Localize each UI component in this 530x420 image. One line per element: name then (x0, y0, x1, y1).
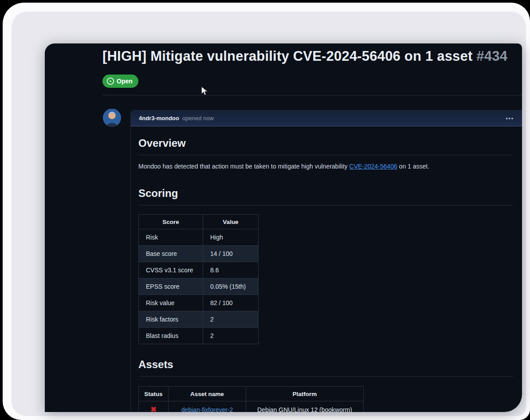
comment-timestamp: opened now (182, 115, 214, 122)
score-value: High (203, 229, 259, 246)
score-value: 82 / 100 (203, 295, 259, 311)
overview-heading: Overview (138, 137, 513, 155)
assets-table-header-row: Status Asset name Platform (139, 387, 364, 401)
score-label: Risk value (139, 295, 203, 311)
github-issue-panel: [HIGH] Mitigate vulnerability CVE-2024-5… (45, 43, 522, 412)
score-label: Blast radius (139, 328, 203, 344)
header-divider (102, 95, 522, 95)
table-row: ✖ debian-fixforever-2 Debian GNU/Linux 1… (139, 401, 364, 412)
issue-opened-icon (107, 78, 114, 85)
mouse-cursor-icon (201, 86, 208, 96)
asset-name-cell: debian-fixforever-2 (169, 401, 246, 412)
score-value: 8.6 (203, 262, 259, 279)
score-value: 0.05% (15th) (203, 279, 259, 295)
overview-text: Mondoo has detected that action must be … (138, 162, 513, 171)
asset-platform-cell: Debian GNU/Linux 12 (bookworm) (246, 401, 364, 412)
scoring-col-score: Score (139, 215, 203, 229)
screenshot-frame: [HIGH] Mitigate vulnerability CVE-2024-5… (0, 0, 530, 420)
score-label: EPSS score (139, 279, 203, 295)
assets-col-status: Status (139, 387, 169, 401)
scoring-table-header-row: Score Value (139, 215, 259, 229)
score-value: 2 (203, 311, 259, 328)
table-row: Risk value 82 / 100 (139, 295, 259, 311)
inner-backdrop: [HIGH] Mitigate vulnerability CVE-2024-5… (12, 12, 526, 416)
avatar[interactable] (103, 109, 121, 127)
score-value: 2 (203, 328, 259, 344)
table-row: EPSS score 0.05% (15th) (139, 279, 259, 295)
kebab-menu-icon[interactable]: ••• (506, 116, 514, 121)
issue-title-text: [HIGH] Mitigate vulnerability CVE-2024-5… (102, 48, 473, 64)
issue-open-badge: Open (102, 75, 138, 88)
score-label: CVSS v3.1 score (139, 262, 203, 279)
score-label: Risk (139, 229, 203, 246)
comment-body: Overview Mondoo has detected that action… (131, 126, 522, 412)
assets-col-asset-name: Asset name (169, 387, 246, 401)
score-value: 14 / 100 (203, 246, 259, 262)
issue-state-label: Open (117, 78, 133, 85)
overview-text-suffix: on 1 asset. (397, 163, 429, 170)
page-title: [HIGH] Mitigate vulnerability CVE-2024-5… (102, 48, 522, 64)
scoring-table: Score Value Risk High Base sco (138, 214, 259, 344)
comment-author-link[interactable]: 4ndr3-mondoo (139, 115, 179, 122)
scoring-col-value: Value (203, 215, 259, 229)
table-row: CVSS v3.1 score 8.6 (139, 262, 259, 279)
score-label: Base score (139, 246, 203, 262)
scoring-heading: Scoring (138, 187, 513, 205)
overview-text-prefix: Mondoo has detected that action must be … (138, 163, 349, 170)
score-label: Risk factors (139, 311, 203, 328)
table-row: Blast radius 2 (139, 328, 259, 344)
cve-link[interactable]: CVE-2024-56406 (349, 163, 397, 170)
outer-card: [HIGH] Mitigate vulnerability CVE-2024-5… (3, 3, 530, 420)
comment-header: 4ndr3-mondoo opened now ••• (131, 110, 522, 126)
asset-status-cell: ✖ (139, 401, 169, 412)
issue-comment-card: 4ndr3-mondoo opened now ••• Overview Mon… (130, 110, 522, 412)
status-failed-x-icon: ✖ (150, 405, 157, 412)
assets-heading: Assets (138, 358, 513, 377)
assets-table: Status Asset name Platform ✖ debian-fixf… (138, 386, 364, 412)
asset-name-link[interactable]: debian-fixforever-2 (181, 406, 233, 412)
table-row: Risk factors 2 (139, 311, 259, 328)
issue-number: #434 (476, 48, 507, 64)
assets-col-platform: Platform (246, 387, 364, 401)
table-row: Base score 14 / 100 (139, 246, 259, 262)
table-row: Risk High (139, 229, 259, 246)
